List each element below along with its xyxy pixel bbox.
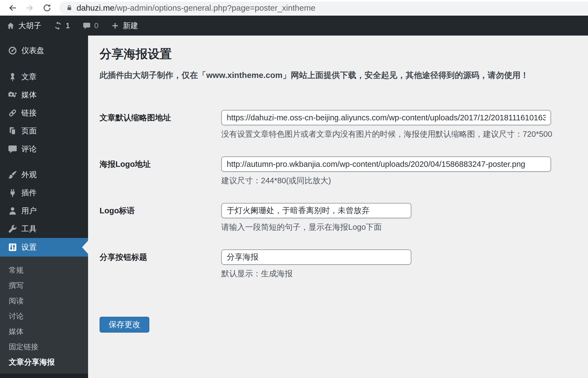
page-title: 分享海报设置 xyxy=(100,46,588,62)
admin-bar-new[interactable]: 新建 xyxy=(111,16,138,36)
plugin-description: 此插件由大胡子制作，仅在「www.xintheme.com」网站上面提供下载，安… xyxy=(100,69,588,81)
sidebar-item-users[interactable]: 用户 xyxy=(0,202,88,220)
back-button[interactable] xyxy=(7,2,19,14)
url-text: dahuzi.me/wp-admin/options-general.php?p… xyxy=(77,3,315,13)
admin-bar-updates[interactable]: 1 xyxy=(54,16,70,36)
sidebar-bottom-strip xyxy=(0,374,88,378)
field-row-share-button-title: 分享按钮标题 默认显示：生成海报 xyxy=(100,249,588,278)
sidebar-item-comments[interactable]: 评论 xyxy=(0,140,88,158)
field-row-logo-slogan: Logo标语 请输入一段简短的句子，显示在海报Logo下面 xyxy=(100,203,588,232)
submenu-item-general[interactable]: 常规 xyxy=(0,263,88,278)
field-label: 海报Logo地址 xyxy=(100,156,221,185)
sidebar-item-settings[interactable]: 设置 xyxy=(0,238,88,257)
screen: dahuzi.me/wp-admin/options-general.php?p… xyxy=(0,0,588,378)
user-icon xyxy=(8,206,18,216)
field-label: Logo标语 xyxy=(100,203,221,232)
media-icon xyxy=(8,90,18,100)
submenu-item-share-poster[interactable]: 文章分享海报 xyxy=(0,354,88,370)
thumbnail-url-input[interactable] xyxy=(221,110,551,125)
submenu-item-media[interactable]: 媒体 xyxy=(0,324,88,339)
sidebar-item-tools[interactable]: 工具 xyxy=(0,220,88,238)
menu-separator xyxy=(0,60,88,68)
plus-icon xyxy=(111,22,119,30)
site-name: 大胡子 xyxy=(18,21,41,31)
pages-icon xyxy=(8,126,18,136)
dashboard-icon xyxy=(8,46,18,56)
sidebar-item-appearance[interactable]: 外观 xyxy=(0,166,88,184)
sidebar-item-dashboard[interactable]: 仪表盘 xyxy=(0,42,88,60)
share-button-title-input[interactable] xyxy=(221,249,411,265)
settings-form: 文章默认缩略图地址 没有设置文章特色图片或者文章内没有图片的时候，海报使用默认缩… xyxy=(100,110,588,333)
menu-separator xyxy=(0,158,88,166)
save-button[interactable]: 保存更改 xyxy=(100,317,149,333)
field-help: 没有设置文章特色图片或者文章内没有图片的时候，海报使用默认缩略图，建议尺寸：72… xyxy=(221,129,588,139)
update-count: 1 xyxy=(66,21,70,30)
sidebar-item-media[interactable]: 媒体 xyxy=(0,86,88,104)
url-domain: dahuzi.me xyxy=(77,3,114,12)
update-icon xyxy=(54,22,62,30)
wp-admin-bar: 大胡子 1 0 新建 xyxy=(0,16,588,36)
settings-icon xyxy=(8,242,18,252)
submenu-item-discussion[interactable]: 讨论 xyxy=(0,309,88,324)
field-help: 默认显示：生成海报 xyxy=(221,269,588,278)
main-content: 分享海报设置 此插件由大胡子制作，仅在「www.xintheme.com」网站上… xyxy=(88,36,588,378)
url-bar[interactable]: dahuzi.me/wp-admin/options-general.php?p… xyxy=(59,2,588,14)
comments-icon xyxy=(8,144,18,154)
sidebar-item-links[interactable]: 链接 xyxy=(0,104,88,122)
logo-url-input[interactable] xyxy=(221,156,551,172)
browser-toolbar: dahuzi.me/wp-admin/options-general.php?p… xyxy=(0,0,588,16)
back-arrow-icon xyxy=(8,3,17,13)
logo-slogan-input[interactable] xyxy=(221,203,411,218)
field-help: 请输入一段简短的句子，显示在海报Logo下面 xyxy=(221,222,588,232)
sidebar-item-posts[interactable]: 文章 xyxy=(0,68,88,86)
admin-bar-comments[interactable]: 0 xyxy=(83,16,99,36)
reload-icon xyxy=(42,3,52,13)
sidebar-item-plugins[interactable]: 插件 xyxy=(0,184,88,202)
home-icon xyxy=(7,22,15,30)
link-icon xyxy=(8,108,18,118)
submenu-item-permalinks[interactable]: 固定链接 xyxy=(0,339,88,354)
field-label: 分享按钮标题 xyxy=(100,249,221,278)
reload-button[interactable] xyxy=(41,2,53,14)
plug-icon xyxy=(8,188,18,198)
forward-button[interactable] xyxy=(24,2,36,14)
admin-menu: 仪表盘 文章 媒体 链接 页面 评论 xyxy=(0,36,88,378)
field-row-thumbnail-url: 文章默认缩略图地址 没有设置文章特色图片或者文章内没有图片的时候，海报使用默认缩… xyxy=(100,110,588,139)
submenu-item-reading[interactable]: 阅读 xyxy=(0,293,88,309)
admin-sidebar: 仪表盘 文章 媒体 链接 页面 评论 xyxy=(0,36,88,378)
url-path: /wp-admin/options-general.php?page=poste… xyxy=(114,3,315,12)
field-label: 文章默认缩略图地址 xyxy=(100,110,221,139)
brush-icon xyxy=(8,170,18,180)
settings-submenu: 常规 撰写 阅读 讨论 媒体 固定链接 文章分享海报 xyxy=(0,257,88,374)
submenu-item-writing[interactable]: 撰写 xyxy=(0,278,88,293)
forward-arrow-icon xyxy=(25,3,34,13)
new-label: 新建 xyxy=(123,21,138,31)
lock-icon xyxy=(66,4,73,11)
admin-bar-site[interactable]: 大胡子 xyxy=(7,16,41,36)
sidebar-item-pages[interactable]: 页面 xyxy=(0,122,88,140)
comment-count: 0 xyxy=(94,21,99,30)
field-help: 建议尺寸：244*80(或同比放大) xyxy=(221,176,588,185)
field-row-logo-url: 海报Logo地址 建议尺寸：244*80(或同比放大) xyxy=(100,156,588,185)
pushpin-icon xyxy=(8,72,18,82)
wrench-icon xyxy=(8,224,18,234)
comment-icon xyxy=(83,22,91,30)
